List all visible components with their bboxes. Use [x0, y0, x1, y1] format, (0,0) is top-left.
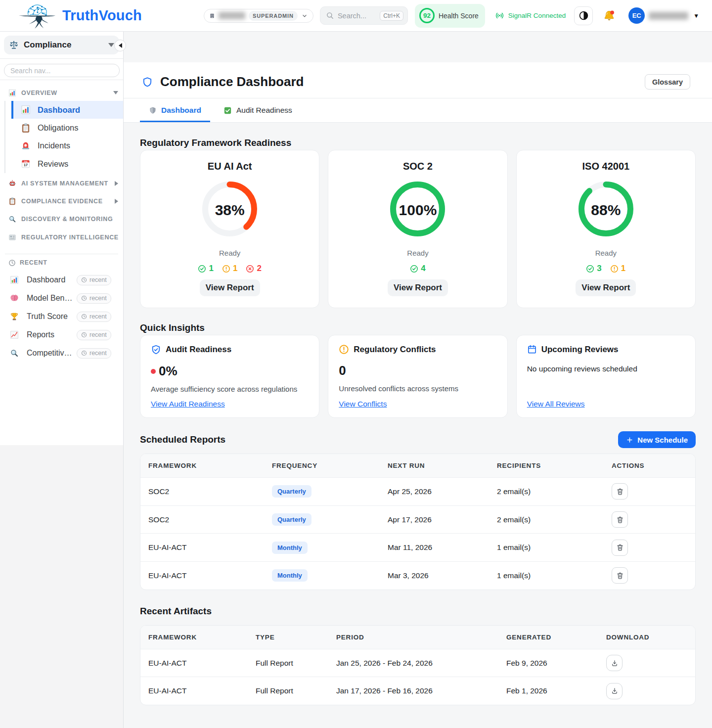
group-label: COMPLIANCE EVIDENCE [21, 198, 110, 205]
view-audit-readiness-link[interactable]: View Audit Readiness [151, 400, 225, 409]
recent-item-truth-score[interactable]: Truth Scorerecent [0, 308, 123, 326]
download-artifact-button[interactable] [606, 655, 623, 671]
new-schedule-button[interactable]: New Schedule [618, 431, 696, 448]
shield-icon [142, 76, 153, 88]
health-score-pill[interactable]: 92 Health Score [415, 4, 485, 28]
sidebar-item-dashboard[interactable]: Dashboard [11, 101, 123, 119]
sidebar-item-obligations[interactable]: Obligations [11, 119, 123, 136]
glossary-button[interactable]: Glossary [645, 74, 690, 90]
delete-schedule-button[interactable] [612, 511, 628, 528]
sidebar-item-reviews[interactable]: Reviews [11, 155, 123, 173]
org-selector[interactable]: SUPERADMIN [204, 9, 313, 23]
delete-schedule-button[interactable] [612, 567, 628, 584]
theme-toggle-button[interactable] [574, 6, 593, 25]
sidebar-group-ai-system-management[interactable]: AI SYSTEM MANAGEMENT [0, 175, 123, 192]
recent-item-model-ben-[interactable]: Model Ben…recent [0, 289, 123, 308]
cell-recipients: 1 email(s) [489, 571, 604, 580]
page-header: Compliance Dashboard Glossary Dashboard … [124, 62, 712, 123]
recent-item-dashboard[interactable]: Dashboardrecent [0, 271, 123, 289]
framework-card-eu-ai-act: EU AI Act38%Ready112View Report [140, 150, 319, 308]
framework-status: Ready [140, 249, 319, 257]
health-score-value: 92 [419, 8, 435, 23]
sidebar-item-label: Dashboard [38, 105, 80, 115]
clipboard-icon [21, 123, 31, 133]
cell-period: Jan 17, 2026 - Feb 16, 2026 [328, 686, 498, 695]
magnifier-icon [10, 349, 19, 358]
shield-icon [149, 106, 157, 115]
view-all-reviews-link[interactable]: View All Reviews [527, 400, 585, 409]
framework-name: EU AI Act [140, 161, 319, 172]
column-header: NEXT RUN [380, 462, 489, 469]
cell-recipients: 2 email(s) [489, 487, 604, 496]
sidebar-item-incidents[interactable]: Incidents [11, 137, 123, 155]
section-heading: Regulatory Framework Readiness [140, 137, 696, 148]
sidebar-search [4, 64, 119, 77]
recent-item-reports[interactable]: Reportsrecent [0, 326, 123, 344]
sidebar-group-regulatory-intelligence[interactable]: REGULATORY INTELLIGENCE [0, 228, 123, 246]
user-name-redacted [649, 12, 688, 20]
download-icon [611, 659, 619, 667]
tab-audit-readiness[interactable]: Audit Readiness [215, 98, 301, 122]
column-header: TYPE [248, 634, 328, 641]
sidebar-collapse-button[interactable] [114, 40, 126, 51]
tab-dashboard[interactable]: Dashboard [140, 98, 210, 122]
cell-download [598, 683, 695, 699]
framework-badges: 4 [328, 264, 507, 273]
column-header: FRAMEWORK [140, 462, 264, 469]
delete-schedule-button[interactable] [612, 483, 628, 500]
cell-recipients: 2 email(s) [489, 515, 604, 524]
tab-label: Audit Readiness [236, 106, 292, 115]
view-report-button[interactable]: View Report [200, 279, 260, 296]
badge-pass: 1 [198, 264, 213, 273]
sidebar-section-overview[interactable]: OVERVIEW [0, 85, 123, 101]
view-conflicts-link[interactable]: View Conflicts [339, 400, 387, 409]
recent-badge: recent [77, 330, 111, 340]
column-header: FREQUENCY [264, 462, 380, 469]
recent-items: DashboardrecentModel Ben…recentTruth Sco… [0, 271, 123, 363]
column-header: DOWNLOAD [598, 634, 695, 641]
delete-schedule-button[interactable] [612, 540, 628, 556]
chevron-right-icon [115, 199, 118, 204]
search-placeholder: Search... [338, 12, 376, 20]
search-icon [326, 11, 334, 20]
module-switcher[interactable]: Compliance [4, 36, 119, 54]
cell-generated: Feb 1, 2026 [498, 686, 598, 695]
sidebar-group-compliance-evidence[interactable]: COMPLIANCE EVIDENCE [0, 192, 123, 210]
scheduled-report-row: SOC2QuarterlyApr 25, 20262 email(s) [140, 477, 695, 505]
new-schedule-label: New Schedule [637, 436, 688, 444]
badge-count: 2 [257, 264, 261, 273]
global-search-input[interactable]: Search... Ctrl+K [320, 6, 408, 25]
cell-recipients: 1 email(s) [489, 543, 604, 552]
alert-circle-icon [339, 344, 349, 355]
framework-status: Ready [517, 249, 695, 257]
badge-fail: 2 [246, 264, 261, 273]
chevron-down-icon [113, 91, 118, 94]
frequency-badge: Monthly [272, 569, 308, 582]
cell-next-run: Apr 25, 2026 [380, 487, 489, 496]
recent-item-competitiv-[interactable]: Competitiv…recent [0, 344, 123, 363]
avatar[interactable]: EC [628, 7, 645, 24]
cell-framework: SOC2 [140, 515, 264, 524]
badge-warn: 1 [222, 264, 237, 273]
recent-badge: recent [77, 348, 111, 359]
notifications-button[interactable] [603, 9, 616, 22]
sidebar-search-input[interactable] [4, 64, 120, 77]
check-box-icon [223, 106, 232, 115]
x-circle-icon [246, 265, 254, 273]
search-shortcut: Ctrl+K [380, 11, 403, 21]
readiness-donut: 88% [578, 182, 633, 238]
sidebar-group-discovery-monitoring[interactable]: DISCOVERY & MONITORING [0, 210, 123, 228]
clock-icon [81, 332, 87, 338]
user-menu-caret-icon[interactable]: ▼ [693, 12, 699, 19]
main-content: Compliance Dashboard Glossary Dashboard … [124, 32, 712, 728]
download-artifact-button[interactable] [606, 683, 623, 699]
card-value: 0 [339, 363, 346, 378]
brand[interactable]: TruthVouch [18, 3, 142, 29]
recent-badge: recent [77, 312, 111, 322]
cell-frequency: Monthly [264, 569, 380, 582]
cell-frequency: Quarterly [264, 485, 380, 498]
artifact-row: EU-AI-ACTFull ReportJan 17, 2026 - Feb 1… [140, 677, 695, 705]
cell-download [598, 655, 695, 671]
view-report-button[interactable]: View Report [576, 279, 636, 296]
view-report-button[interactable]: View Report [388, 279, 448, 296]
